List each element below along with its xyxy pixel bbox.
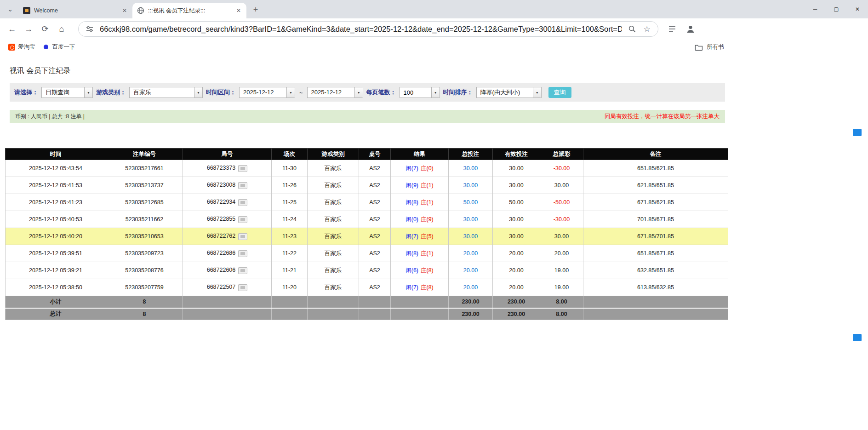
total-bet-link[interactable]: 20.00 <box>463 267 478 274</box>
date-end-select[interactable]: 2025-12-12 ▼ <box>307 87 363 98</box>
round-replay-button[interactable] <box>238 165 247 172</box>
maximize-button[interactable]: ▢ <box>826 0 847 18</box>
col-header-total-bet: 总投注 <box>449 149 493 160</box>
result-banker: 庄(1) <box>421 250 434 257</box>
query-type-select[interactable]: 日期查询 ▼ <box>41 87 93 98</box>
round-replay-button[interactable] <box>238 267 247 274</box>
scroll-top-button[interactable] <box>853 129 862 136</box>
tab-close-icon[interactable]: ✕ <box>120 6 129 15</box>
subtotal-total-bet: 230.00 <box>449 296 493 308</box>
bookmark-baidu[interactable]: 百度一下 <box>39 41 79 53</box>
taobao-favicon <box>8 44 15 51</box>
valid-bet-cell: 30.00 <box>493 211 540 228</box>
home-button[interactable]: ⌂ <box>53 21 70 37</box>
table-row[interactable]: 2025-12-12 05:39:21 523035208776 6687226… <box>6 262 728 279</box>
close-button[interactable]: ✕ <box>847 0 868 18</box>
bet-id-cell: 523035217661 <box>106 160 183 177</box>
note-cell: 671.85/701.85 <box>583 228 728 245</box>
back-button[interactable]: ← <box>4 21 20 37</box>
bookmark-star-icon[interactable]: ☆ <box>642 24 651 34</box>
table-row[interactable]: 2025-12-12 05:40:53 523035211662 6687228… <box>6 211 728 228</box>
round-replay-button[interactable] <box>238 182 247 189</box>
empty-cell <box>308 296 359 308</box>
side-panel-icon[interactable] <box>667 23 678 34</box>
total-bet-link[interactable]: 50.00 <box>463 199 478 206</box>
url-text[interactable]: 66cxkj98.com/game/betrecord_search/kind3… <box>100 25 622 34</box>
col-header-game-type: 游戏类别 <box>308 149 359 160</box>
table-row[interactable]: 2025-12-12 05:40:20 523035210653 6687227… <box>6 228 728 245</box>
reload-button[interactable]: ⟳ <box>37 21 53 37</box>
empty-cell <box>391 308 449 320</box>
toolbar-right-icons <box>667 23 696 34</box>
all-bookmarks-button[interactable]: 所有书 <box>688 42 724 52</box>
bet-id-cell: 523035207759 <box>106 279 183 296</box>
round-replay-button[interactable] <box>238 250 247 257</box>
time-cell: 2025-12-12 05:41:23 <box>6 194 106 211</box>
forward-button[interactable]: → <box>20 21 37 37</box>
page-size-input[interactable] <box>400 87 431 97</box>
chevron-down-icon[interactable]: ▼ <box>286 87 295 97</box>
table-row[interactable]: 2025-12-12 05:38:50 523035207759 6687225… <box>6 279 728 296</box>
payout-cell: -30.00 <box>540 211 583 228</box>
total-bet-link[interactable]: 30.00 <box>463 182 478 189</box>
bet-id-cell: 523035212685 <box>106 194 183 211</box>
total-bet-link[interactable]: 20.00 <box>463 250 478 257</box>
page-content: 视讯 会员下注纪录 请选择： 日期查询 ▼ 游戏类别： 百家乐 ▼ 时间区间： … <box>0 66 868 320</box>
game-type-cell: 百家乐 <box>308 160 359 177</box>
bookmarks-bar: 爱淘宝 百度一下 所有书 <box>0 40 868 55</box>
game-type-cell: 百家乐 <box>308 245 359 262</box>
sort-select[interactable]: 降幂(由大到小) ▼ <box>476 87 542 98</box>
scroll-bottom-button[interactable] <box>853 334 862 341</box>
total-bet-link[interactable]: 30.00 <box>463 165 478 172</box>
tab-welcome[interactable]: Welcome ✕ <box>18 3 132 18</box>
chevron-down-icon[interactable]: ▼ <box>533 87 541 97</box>
round-replay-button[interactable] <box>238 233 247 240</box>
zoom-icon[interactable] <box>628 24 637 34</box>
video-icon <box>240 184 245 187</box>
welcome-tab-favicon <box>23 7 30 14</box>
chevron-down-icon[interactable]: ▼ <box>354 87 363 97</box>
total-bet-link[interactable]: 30.00 <box>463 216 478 223</box>
date-start-select[interactable]: 2025-12-12 ▼ <box>239 87 295 98</box>
address-bar[interactable]: 66cxkj98.com/game/betrecord_search/kind3… <box>78 21 658 37</box>
total-bet-cell: 30.00 <box>449 160 493 177</box>
profile-icon[interactable] <box>685 23 696 34</box>
total-bet-cell: 30.00 <box>449 177 493 194</box>
total-bet-link[interactable]: 30.00 <box>463 233 478 240</box>
table-row[interactable]: 2025-12-12 05:41:53 523035213737 6687230… <box>6 177 728 194</box>
new-tab-button[interactable]: + <box>249 3 262 16</box>
round-replay-button[interactable] <box>238 199 247 206</box>
empty-cell <box>359 296 391 308</box>
total-bet-link[interactable]: 20.00 <box>463 284 478 291</box>
date-start-value: 2025-12-12 <box>240 87 286 97</box>
bookmark-aitaobao[interactable]: 爱淘宝 <box>5 41 39 53</box>
valid-bet-cell: 50.00 <box>493 194 540 211</box>
round-replay-button[interactable] <box>238 284 247 291</box>
total-payout: 8.00 <box>540 308 583 320</box>
globe-favicon <box>137 7 144 14</box>
chevron-down-icon[interactable]: ▼ <box>194 87 202 97</box>
tab-search-button[interactable]: ⌄ <box>4 3 17 16</box>
game-type-select[interactable]: 百家乐 ▼ <box>129 87 203 98</box>
page-size-select[interactable]: ▼ <box>400 87 440 98</box>
minimize-button[interactable]: ─ <box>805 0 826 18</box>
result-player: 闲(8) <box>405 199 418 206</box>
site-info-icon[interactable] <box>85 24 94 34</box>
result-cell: 闲(8)庄(1) <box>391 245 449 262</box>
valid-bet-cell: 30.00 <box>493 160 540 177</box>
video-icon <box>240 167 245 170</box>
sort-value: 降幂(由大到小) <box>477 87 533 97</box>
table-row[interactable]: 2025-12-12 05:41:23 523035212685 6687229… <box>6 194 728 211</box>
col-header-result: 结果 <box>391 149 449 160</box>
bet-id-cell: 523035213737 <box>106 177 183 194</box>
table-row[interactable]: 2025-12-12 05:43:54 523035217661 6687233… <box>6 160 728 177</box>
chevron-down-icon[interactable]: ▼ <box>431 87 440 97</box>
col-header-valid-bet: 有效投注 <box>493 149 540 160</box>
search-button[interactable]: 查询 <box>548 87 571 98</box>
round-replay-button[interactable] <box>238 216 247 223</box>
tab-betrecord[interactable]: :::视讯 会员下注纪录::: ✕ <box>132 3 246 18</box>
tab-close-icon[interactable]: ✕ <box>234 6 243 15</box>
table-row[interactable]: 2025-12-12 05:39:51 523035209723 6687226… <box>6 245 728 262</box>
chevron-down-icon[interactable]: ▼ <box>84 87 92 97</box>
empty-cell <box>359 308 391 320</box>
